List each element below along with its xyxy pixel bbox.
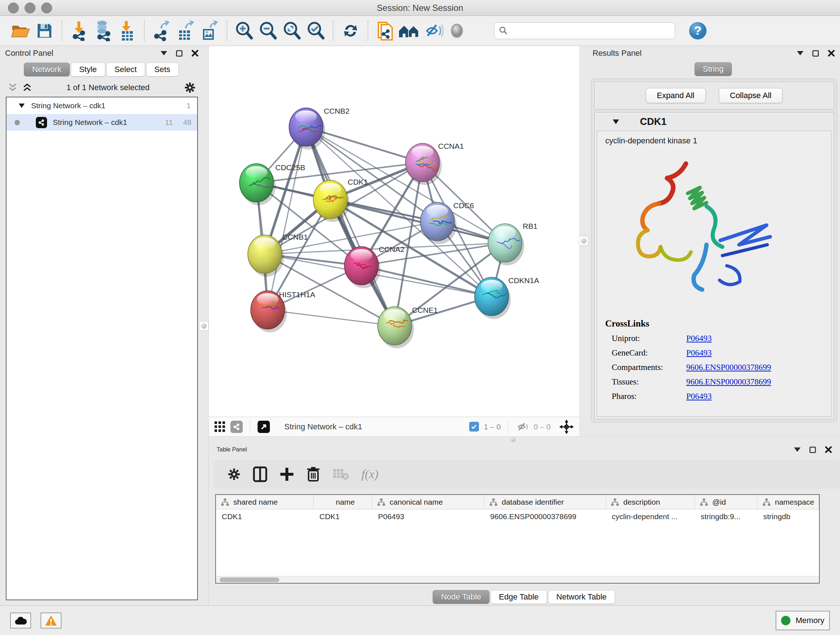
table-cell[interactable]: CDK1 <box>314 509 372 524</box>
show-columns-icon[interactable] <box>253 466 267 482</box>
cloud-status-button[interactable] <box>10 613 31 629</box>
zoom-selected-button[interactable] <box>304 18 328 43</box>
crosslink-link[interactable]: 9606.ENSP00000378699 <box>686 377 771 386</box>
panel-menu-icon[interactable] <box>161 51 167 55</box>
tab-edge-table[interactable]: Edge Table <box>491 590 547 604</box>
network-collection-row[interactable]: String Network – cdk1 1 <box>6 97 197 114</box>
network-node-CDKN1A[interactable]: CDKN1A <box>475 276 539 319</box>
import-network-file-button[interactable] <box>67 18 91 43</box>
refresh-layout-button[interactable] <box>339 18 363 43</box>
network-canvas[interactable]: CCNB2CCNA1CDC25BCDK1CDC6RB1CCNB1CCNA2CDK… <box>209 46 579 417</box>
tree-expand-icon[interactable] <box>19 103 25 108</box>
open-session-button[interactable] <box>9 18 33 43</box>
memory-button[interactable]: Memory <box>775 611 830 630</box>
crosslink-link[interactable]: P06493 <box>686 334 712 343</box>
column-header-name[interactable]: name <box>314 495 372 509</box>
warnings-button[interactable] <box>41 613 62 629</box>
expand-all-button[interactable]: Expand All <box>646 88 706 103</box>
table-cell[interactable]: cyclin-dependent ... <box>606 509 695 524</box>
close-panel-icon[interactable] <box>191 50 199 57</box>
panel-menu-icon[interactable] <box>794 448 801 452</box>
edge-CCNB2-HIST1H1A[interactable] <box>268 127 306 310</box>
table-cell[interactable]: P06493 <box>372 509 485 524</box>
delete-column-icon[interactable] <box>306 466 320 482</box>
tab-sets[interactable]: Sets <box>146 63 179 76</box>
network-node-CCNA1[interactable]: CCNA1 <box>406 142 464 185</box>
column-header-canonical-name[interactable]: canonical name <box>372 495 485 509</box>
tab-network-table[interactable]: Network Table <box>548 590 615 604</box>
left-splitter[interactable] <box>204 46 209 605</box>
clone-network-button[interactable] <box>373 18 397 43</box>
zoom-in-button[interactable] <box>232 18 256 43</box>
save-session-button[interactable] <box>33 18 57 43</box>
zoom-fit-button[interactable] <box>280 18 304 43</box>
open-in-window-icon[interactable] <box>257 421 270 433</box>
horizontal-splitter[interactable] <box>209 436 840 442</box>
table-cell[interactable]: CDK1 <box>216 509 314 524</box>
selected-checkbox-icon[interactable] <box>469 422 479 432</box>
scrollbar-thumb[interactable] <box>219 578 279 582</box>
table-row[interactable]: CDK1CDK1P064939606.ENSP00000378699cyclin… <box>216 509 819 524</box>
table-gear-icon[interactable] <box>227 468 240 481</box>
first-neighbors-button[interactable] <box>397 18 421 43</box>
tab-network[interactable]: Network <box>24 63 70 76</box>
birdseye-grid-icon[interactable] <box>215 421 225 432</box>
help-button[interactable]: ? <box>686 18 710 43</box>
show-all-button[interactable] <box>445 18 469 43</box>
tab-string[interactable]: String <box>695 62 732 76</box>
crosslink-link[interactable]: 9606.ENSP00000378699 <box>686 363 771 372</box>
edge-CCNB2-CCNE1[interactable] <box>306 127 395 326</box>
network-row-selected[interactable]: String Network – cdk1 11 48 <box>6 114 197 131</box>
export-table-button[interactable] <box>174 18 197 43</box>
network-node-CCNA2[interactable]: CCNA2 <box>344 245 404 288</box>
column-header-shared-name[interactable]: shared name <box>216 495 314 509</box>
float-panel-icon[interactable] <box>176 50 183 57</box>
gene-section-header[interactable]: CDK1 <box>595 112 834 131</box>
network-node-CDC6[interactable]: CDC6 <box>420 201 474 244</box>
gear-icon[interactable] <box>184 82 196 93</box>
search-text-field[interactable] <box>512 26 670 36</box>
network-node-CCNB2[interactable]: CCNB2 <box>289 107 349 149</box>
hide-selected-button[interactable] <box>421 18 445 43</box>
close-window-button[interactable] <box>8 3 19 13</box>
table-cell[interactable]: 9606.ENSP00000378699 <box>485 509 606 524</box>
import-table-file-button[interactable] <box>115 18 139 43</box>
right-splitter-handle[interactable] <box>579 236 588 245</box>
collapse-all-button[interactable]: Collapse All <box>719 88 783 103</box>
pan-crosshair-icon[interactable] <box>559 420 574 434</box>
left-splitter-handle[interactable] <box>199 321 208 331</box>
right-splitter[interactable] <box>579 46 587 436</box>
import-network-database-button[interactable] <box>91 18 115 43</box>
collapse-all-icon[interactable] <box>8 83 17 92</box>
column-header--id[interactable]: @id <box>695 495 758 509</box>
column-header-database-identifier[interactable]: database identifier <box>485 495 606 509</box>
table-cell[interactable]: stringdb:9... <box>695 509 758 524</box>
close-panel-icon[interactable] <box>828 50 835 57</box>
panel-menu-icon[interactable] <box>797 51 804 55</box>
export-image-button[interactable] <box>197 18 221 43</box>
crosslink-link[interactable]: P06493 <box>686 348 712 358</box>
float-panel-icon[interactable] <box>812 50 819 57</box>
tab-style[interactable]: Style <box>71 63 105 76</box>
crosslink-link[interactable]: P06493 <box>686 392 712 401</box>
horizontal-splitter-handle[interactable] <box>511 437 515 442</box>
close-panel-icon[interactable] <box>825 446 832 453</box>
table-horizontal-scrollbar[interactable] <box>216 576 819 583</box>
search-input[interactable] <box>494 22 675 39</box>
add-column-icon[interactable] <box>279 467 294 481</box>
float-panel-icon[interactable] <box>809 447 816 453</box>
section-collapse-icon[interactable] <box>613 119 619 124</box>
tab-node-table[interactable]: Node Table <box>433 590 489 604</box>
network-node-CDC25B[interactable]: CDC25B <box>240 163 305 205</box>
network-type-toolbar-icon[interactable] <box>231 421 243 433</box>
network-node-CCNE1[interactable]: CCNE1 <box>378 306 438 348</box>
maximize-window-button[interactable] <box>41 3 52 13</box>
minimize-window-button[interactable] <box>25 3 35 13</box>
expand-all-icon[interactable] <box>22 83 32 92</box>
export-network-button[interactable] <box>150 18 174 43</box>
network-node-RB1[interactable]: RB1 <box>488 222 538 265</box>
column-header-namespace[interactable]: namespace <box>758 495 819 509</box>
network-node-HIST1H1A[interactable]: HIST1H1A <box>251 290 315 333</box>
tab-select[interactable]: Select <box>106 63 145 76</box>
table-cell[interactable]: stringdb <box>758 509 819 524</box>
